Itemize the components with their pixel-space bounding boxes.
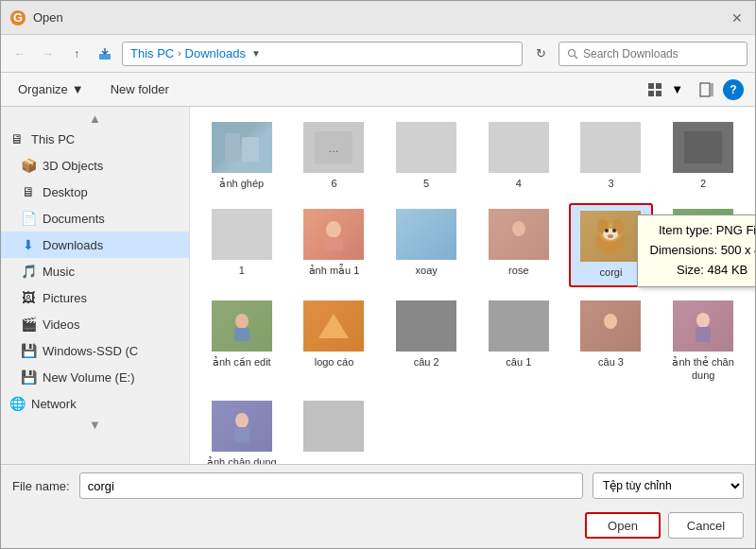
file-name: 5 bbox=[423, 177, 429, 190]
sidebar-item-desktop[interactable]: 🖥 Desktop bbox=[1, 179, 189, 205]
search-icon bbox=[567, 48, 578, 60]
this-pc-icon: 🖥 bbox=[9, 130, 26, 147]
file-name: 1 bbox=[239, 264, 245, 277]
path-bar[interactable]: This PC › Downloads ▼ bbox=[122, 42, 523, 66]
svg-point-24 bbox=[605, 229, 609, 232]
address-bar: ← → ↑ This PC › Downloads ▼ ↻ bbox=[1, 35, 755, 73]
file-thumb bbox=[489, 300, 549, 352]
sidebar-item-documents[interactable]: 📄 Documents bbox=[1, 205, 189, 232]
file-item-anh-mau[interactable]: ảnh mau bbox=[661, 203, 746, 286]
file-item-cau-2[interactable]: câu 2 bbox=[384, 295, 469, 388]
file-item-anh-ghep[interactable]: ảnh ghép bbox=[199, 116, 284, 196]
file-thumb bbox=[489, 209, 549, 260]
help-button[interactable]: ? bbox=[723, 79, 744, 100]
file-name: ảnh thẻ chân dung bbox=[665, 355, 741, 383]
sidebar-item-new-volume[interactable]: 💾 New Volume (E:) bbox=[1, 364, 189, 390]
file-name: câu 3 bbox=[598, 355, 624, 369]
downloads-nav-icon bbox=[94, 43, 116, 65]
cancel-button[interactable]: Cancel bbox=[668, 512, 744, 539]
file-item-anh-chan-dung[interactable]: ảnh chân dung bbox=[199, 395, 284, 464]
file-item-1[interactable]: 1 bbox=[199, 203, 284, 286]
path-downloads[interactable]: Downloads bbox=[185, 46, 246, 60]
close-button[interactable]: ✕ bbox=[729, 9, 746, 26]
sidebar-item-this-pc[interactable]: 🖥 This PC bbox=[1, 126, 189, 152]
downloads-icon: ⬇ bbox=[20, 236, 37, 253]
svg-rect-12 bbox=[242, 137, 259, 162]
path-dropdown-arrow[interactable]: ▼ bbox=[251, 48, 261, 59]
file-type-select[interactable]: Tệp tùy chỉnh bbox=[593, 472, 744, 499]
preview-pane-button[interactable] bbox=[695, 77, 719, 102]
svg-rect-15 bbox=[684, 131, 722, 163]
toolbar: Organize ▼ New folder ▼ ? bbox=[1, 73, 755, 107]
svg-point-18 bbox=[512, 221, 525, 236]
organize-button[interactable]: Organize ▼ bbox=[12, 79, 90, 99]
view-dropdown-icon[interactable]: ▼ bbox=[671, 82, 683, 96]
svg-rect-6 bbox=[656, 83, 662, 89]
back-button[interactable]: ← bbox=[9, 43, 31, 65]
file-item-cau-3[interactable]: câu 3 bbox=[569, 295, 654, 388]
refresh-button[interactable]: ↻ bbox=[528, 42, 553, 66]
toolbar-right: ▼ ? bbox=[643, 77, 744, 102]
svg-rect-28 bbox=[696, 236, 711, 249]
3d-objects-icon: 📦 bbox=[20, 157, 37, 174]
file-name: ảnh cần edit bbox=[213, 355, 271, 369]
file-item-rose[interactable]: rose bbox=[476, 203, 561, 286]
svg-point-27 bbox=[696, 222, 710, 237]
new-volume-icon: 💾 bbox=[20, 369, 37, 386]
file-item-anh-the-chan-dung[interactable]: ảnh thẻ chân dung bbox=[661, 295, 746, 388]
file-grid: ảnh ghép ... 6 5 4 bbox=[199, 116, 746, 464]
sidebar-item-3d-objects[interactable]: 📦 3D Objects bbox=[1, 152, 189, 179]
sidebar-scroll-down[interactable]: ▼ bbox=[1, 417, 189, 432]
path-this-pc[interactable]: This PC bbox=[130, 46, 174, 60]
file-name-corgi: corgi bbox=[600, 266, 623, 279]
new-folder-button[interactable]: New folder bbox=[105, 79, 175, 99]
forward-button[interactable]: → bbox=[37, 43, 60, 65]
svg-point-29 bbox=[235, 314, 249, 329]
file-item-anh-mau-1[interactable]: ảnh mẫu 1 bbox=[292, 203, 377, 286]
open-button[interactable]: Open bbox=[585, 512, 661, 539]
sidebar-item-network[interactable]: 🌐 Network bbox=[1, 390, 189, 417]
file-item-2[interactable]: 2 bbox=[661, 116, 746, 196]
file-item-4[interactable]: 4 bbox=[476, 116, 561, 196]
file-area[interactable]: ảnh ghép ... 6 5 4 bbox=[190, 107, 755, 464]
file-item-anh-can-edit[interactable]: ảnh cần edit bbox=[199, 295, 284, 388]
file-item-cau-1[interactable]: câu 1 bbox=[476, 295, 561, 388]
svg-text:G: G bbox=[13, 11, 23, 25]
file-item-3[interactable]: 3 bbox=[569, 116, 654, 196]
file-item-logo-cao[interactable]: logo cáo bbox=[292, 295, 377, 388]
file-thumb bbox=[673, 209, 733, 260]
file-name-field[interactable] bbox=[79, 472, 583, 499]
sidebar-scroll-up[interactable]: ▲ bbox=[1, 111, 189, 126]
windows-ssd-icon: 💾 bbox=[20, 342, 37, 359]
svg-rect-17 bbox=[324, 237, 343, 250]
file-item-6[interactable]: ... 6 bbox=[292, 116, 377, 196]
file-name: ảnh chân dung bbox=[207, 455, 277, 464]
action-row: Open Cancel bbox=[1, 506, 755, 548]
search-input[interactable] bbox=[583, 47, 739, 60]
sidebar-item-pictures[interactable]: 🖼 Pictures bbox=[1, 284, 189, 311]
svg-point-16 bbox=[326, 221, 341, 238]
view-grid-button[interactable] bbox=[643, 77, 667, 102]
sidebar-item-music[interactable]: 🎵 Music bbox=[1, 258, 189, 284]
up-button[interactable]: ↑ bbox=[65, 43, 88, 65]
file-thumb bbox=[673, 122, 733, 173]
file-item-5[interactable]: 5 bbox=[384, 116, 469, 196]
sidebar-item-videos[interactable]: 🎬 Videos bbox=[1, 311, 189, 337]
svg-rect-9 bbox=[700, 83, 710, 96]
svg-rect-7 bbox=[648, 91, 654, 96]
desktop-icon: 🖥 bbox=[20, 183, 37, 200]
file-item-xoay[interactable]: xoay bbox=[384, 203, 469, 286]
svg-point-33 bbox=[696, 313, 710, 328]
sidebar-item-downloads[interactable]: ⬇ Downloads bbox=[1, 232, 189, 258]
path-arrow-1: › bbox=[178, 48, 180, 59]
file-item-extra1[interactable] bbox=[292, 395, 377, 464]
search-box[interactable] bbox=[558, 42, 747, 66]
file-item-corgi[interactable]: corgi Item type: PNG File Dimensions: 50… bbox=[569, 203, 654, 286]
file-name: logo cáo bbox=[315, 355, 354, 369]
file-thumb bbox=[580, 300, 641, 352]
sidebar-item-windows-ssd[interactable]: 💾 Windows-SSD (C bbox=[1, 337, 189, 364]
svg-rect-8 bbox=[656, 91, 662, 96]
file-name: câu 2 bbox=[414, 355, 439, 369]
network-icon: 🌐 bbox=[9, 395, 26, 412]
file-thumb bbox=[396, 209, 456, 260]
